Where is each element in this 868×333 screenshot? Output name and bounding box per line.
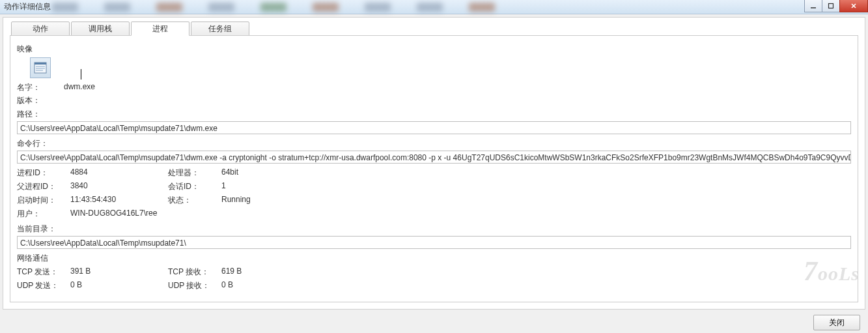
path-label: 路径：	[17, 109, 851, 120]
process-panel: 映像 名字： dwm.exe 版本：	[10, 35, 858, 302]
dialog-window: 动作详细信息 动作 调用栈 进程 任务组 映像	[0, 0, 868, 333]
status-value: Running	[221, 195, 313, 206]
cwd-value: C:\Users\ree\AppData\Local\Temp\msupdate…	[20, 239, 186, 248]
window-controls	[805, 0, 868, 12]
udp-send-label: UDP 发送：	[17, 280, 64, 291]
status-label: 状态：	[168, 195, 215, 206]
name-row: 名字： dwm.exe	[17, 82, 851, 93]
udp-recv-label: UDP 接收：	[168, 280, 215, 291]
udp-send-value: 0 B	[70, 280, 161, 291]
svg-rect-5	[35, 63, 46, 65]
session-label: 会话ID：	[168, 181, 215, 192]
tab-callstack[interactable]: 调用栈	[71, 22, 130, 36]
tab-action[interactable]: 动作	[11, 22, 70, 36]
path-box[interactable]: C:\Users\ree\AppData\Local\Temp\msupdate…	[17, 121, 851, 134]
svg-rect-1	[829, 3, 833, 8]
cpu-value: 64bit	[221, 167, 313, 179]
window-title: 动作详细信息	[4, 1, 51, 12]
user-value: WIN-DUG8OG416L7\ree	[70, 209, 313, 220]
version-row: 版本：	[17, 95, 851, 106]
cmd-label: 命令行：	[17, 138, 851, 149]
cwd-label: 当前目录：	[17, 224, 851, 235]
tab-label: 任务组	[208, 24, 232, 33]
ppid-label: 父进程ID：	[17, 181, 64, 192]
text-caret	[81, 69, 81, 80]
tab-process[interactable]: 进程	[131, 22, 189, 36]
cwd-box[interactable]: C:\Users\ree\AppData\Local\Temp\msupdate…	[17, 236, 851, 249]
tcp-recv-label: TCP 接收：	[168, 267, 215, 278]
start-label: 启动时间：	[17, 195, 64, 206]
pid-value: 4884	[70, 167, 161, 179]
session-value: 1	[221, 181, 313, 192]
close-button-label: 关闭	[829, 318, 845, 327]
cpu-label: 处理器：	[168, 167, 215, 179]
minimize-button[interactable]	[804, 0, 822, 12]
udp-recv-value: 0 B	[221, 280, 313, 291]
process-info-grid: 进程ID： 4884 处理器： 64bit 父进程ID： 3840 会话ID： …	[17, 167, 851, 220]
tcp-send-value: 391 B	[70, 267, 161, 278]
background-blur	[52, 1, 809, 12]
close-button[interactable]	[839, 0, 868, 12]
tcp-recv-value: 619 B	[221, 267, 313, 278]
content-area: 动作 调用栈 进程 任务组 映像 名字	[3, 17, 865, 310]
cmd-box[interactable]: C:\Users\ree\AppData\Local\Temp\msupdate…	[17, 151, 851, 164]
tab-taskgroup[interactable]: 任务组	[191, 22, 249, 36]
start-value: 11:43:54:430	[70, 195, 161, 206]
net-info-grid: TCP 发送： 391 B TCP 接收： 619 B UDP 发送： 0 B …	[17, 267, 851, 291]
version-label: 版本：	[17, 95, 64, 106]
footer-row: 关闭	[0, 312, 868, 333]
user-label: 用户：	[17, 209, 64, 220]
tab-label: 动作	[33, 24, 48, 33]
exe-icon	[30, 57, 51, 78]
name-label: 名字：	[17, 82, 64, 93]
maximize-button[interactable]	[822, 0, 840, 12]
net-section-label: 网络通信	[17, 253, 851, 264]
title-bar: 动作详细信息	[0, 0, 868, 14]
tab-row: 动作 调用栈 进程 任务组	[3, 18, 865, 36]
path-value: C:\Users\ree\AppData\Local\Temp\msupdate…	[20, 124, 217, 133]
tab-label: 进程	[152, 24, 168, 33]
cmd-value: C:\Users\ree\AppData\Local\Temp\msupdate…	[20, 153, 851, 162]
name-value: dwm.exe	[64, 82, 95, 93]
pid-label: 进程ID：	[17, 167, 64, 179]
close-dialog-button[interactable]: 关闭	[813, 315, 860, 330]
image-section-label: 映像	[17, 44, 851, 55]
tab-label: 调用栈	[89, 24, 112, 33]
ppid-value: 3840	[70, 181, 161, 192]
tcp-send-label: TCP 发送：	[17, 267, 64, 278]
